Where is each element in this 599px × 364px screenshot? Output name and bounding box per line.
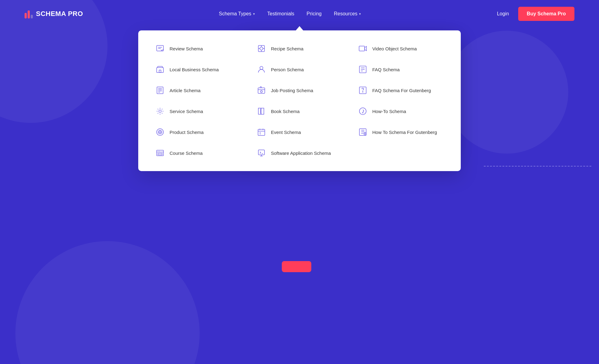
- logo[interactable]: SCHEMA PRO: [25, 9, 83, 18]
- course-schema-icon: [155, 148, 165, 158]
- nav-pricing-label: Pricing: [307, 11, 322, 17]
- how-to-schema-gutenberg-icon: [358, 127, 368, 137]
- svg-rect-9: [159, 70, 161, 72]
- menu-item-service-schema[interactable]: Service Schema: [151, 102, 246, 120]
- dotted-line: [484, 166, 591, 166]
- logo-bar-1: [25, 13, 27, 18]
- bg-decoration-2: [15, 241, 200, 364]
- video-object-schema-label: Video Object Schema: [372, 46, 417, 51]
- menu-item-job-posting-schema[interactable]: Job Posting Schema: [252, 81, 347, 99]
- nav-schema-types[interactable]: Schema Types ▾: [219, 11, 255, 17]
- chevron-down-icon: ▾: [253, 12, 255, 16]
- nav-testimonials-label: Testimonials: [267, 11, 294, 17]
- buy-button[interactable]: Buy Schema Pro: [518, 7, 574, 21]
- logo-bar-3: [31, 15, 33, 18]
- nav-links: Schema Types ▾ Testimonials Pricing Reso…: [219, 11, 361, 17]
- nav-right: Login Buy Schema Pro: [497, 7, 574, 21]
- svg-rect-42: [158, 153, 162, 155]
- menu-item-video-object-schema[interactable]: Video Object Schema: [353, 40, 448, 57]
- review-schema-icon: [155, 43, 165, 54]
- product-schema-label: Product Schema: [170, 130, 204, 135]
- menu-item-recipe-schema[interactable]: Recipe Schema: [252, 40, 347, 57]
- svg-rect-7: [359, 46, 365, 51]
- svg-point-10: [260, 66, 263, 69]
- how-to-schema-label: How-To Schema: [372, 109, 406, 114]
- schema-types-dropdown: Review SchemaRecipe SchemaVideo Object S…: [138, 26, 461, 171]
- svg-rect-15: [157, 87, 163, 94]
- menu-item-how-to-schema-gutenberg[interactable]: How To Schema For Gutenberg: [353, 123, 448, 141]
- job-posting-schema-icon: [256, 85, 267, 96]
- menu-item-person-schema[interactable]: Person Schema: [252, 61, 347, 78]
- svg-point-26: [359, 108, 366, 115]
- menu-item-faq-schema[interactable]: FAQ Schema: [353, 61, 448, 78]
- menu-item-book-schema[interactable]: Book Schema: [252, 102, 347, 120]
- article-schema-label: Article Schema: [170, 88, 201, 93]
- local-business-schema-label: Local Business Schema: [170, 67, 219, 72]
- article-schema-icon: [155, 85, 165, 96]
- menu-item-local-business-schema[interactable]: Local Business Schema: [151, 61, 246, 78]
- faq-schema-gutenberg-label: FAQ Schema For Gutenberg: [372, 88, 431, 93]
- chevron-down-icon-resources: ▾: [359, 12, 361, 16]
- logo-text: SCHEMA PRO: [36, 10, 83, 18]
- cta-button[interactable]: [282, 261, 311, 272]
- service-schema-icon: [155, 106, 165, 116]
- book-schema-label: Book Schema: [271, 109, 300, 114]
- nav-testimonials[interactable]: Testimonials: [267, 11, 294, 17]
- event-schema-label: Event Schema: [271, 130, 301, 135]
- menu-item-course-schema[interactable]: Course Schema: [151, 144, 246, 162]
- faq-schema-icon: [358, 64, 368, 75]
- menu-item-review-schema[interactable]: Review Schema: [151, 40, 246, 57]
- logo-bar-2: [28, 10, 30, 18]
- navbar: SCHEMA PRO Schema Types ▾ Testimonials P…: [0, 0, 599, 28]
- nav-schema-types-label: Schema Types: [219, 11, 252, 17]
- logo-icon: [25, 9, 33, 18]
- svg-rect-43: [258, 150, 264, 155]
- software-application-schema-icon: [256, 148, 267, 158]
- faq-schema-label: FAQ Schema: [372, 67, 400, 72]
- faq-schema-gutenberg-icon: [358, 85, 368, 96]
- menu-item-how-to-schema[interactable]: How-To Schema: [353, 102, 448, 120]
- how-to-schema-gutenberg-label: How To Schema For Gutenberg: [372, 130, 437, 135]
- cta-area: [282, 261, 311, 272]
- svg-point-27: [362, 112, 363, 113]
- nav-resources[interactable]: Resources ▾: [334, 11, 361, 17]
- svg-point-25: [159, 110, 161, 112]
- review-schema-label: Review Schema: [170, 46, 203, 51]
- dropdown-menu: Review SchemaRecipe SchemaVideo Object S…: [138, 30, 461, 171]
- svg-point-2: [260, 47, 263, 50]
- menu-item-event-schema[interactable]: Event Schema: [252, 123, 347, 141]
- nav-resources-label: Resources: [334, 11, 357, 17]
- recipe-schema-icon: [256, 43, 267, 54]
- software-application-schema-label: Software Application Schema: [271, 151, 331, 156]
- menu-item-software-application-schema[interactable]: Software Application Schema: [252, 144, 347, 162]
- menu-item-article-schema[interactable]: Article Schema: [151, 81, 246, 99]
- book-schema-icon: [256, 106, 267, 116]
- product-schema-icon: [155, 127, 165, 137]
- menu-item-faq-schema-gutenberg[interactable]: FAQ Schema For Gutenberg: [353, 81, 448, 99]
- dropdown-arrow: [296, 26, 303, 30]
- video-object-schema-icon: [358, 43, 368, 54]
- menu-item-product-schema[interactable]: Product Schema: [151, 123, 246, 141]
- job-posting-schema-label: Job Posting Schema: [271, 88, 313, 93]
- service-schema-label: Service Schema: [170, 109, 203, 114]
- person-schema-label: Person Schema: [271, 67, 304, 72]
- local-business-schema-icon: [155, 64, 165, 75]
- person-schema-icon: [256, 64, 267, 75]
- svg-point-24: [362, 92, 363, 92]
- how-to-schema-icon: [358, 106, 368, 116]
- event-schema-icon: [256, 127, 267, 137]
- login-link[interactable]: Login: [497, 11, 509, 17]
- recipe-schema-label: Recipe Schema: [271, 46, 303, 51]
- course-schema-label: Course Schema: [170, 151, 203, 156]
- svg-rect-30: [258, 129, 265, 135]
- nav-pricing[interactable]: Pricing: [307, 11, 322, 17]
- svg-point-22: [260, 91, 262, 92]
